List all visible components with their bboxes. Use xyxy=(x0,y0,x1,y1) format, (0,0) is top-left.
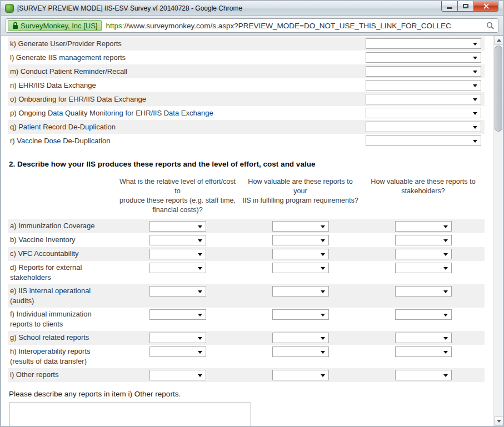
matrix-header-row: What is the relative level of effort/cos… xyxy=(8,177,485,215)
q2-g-effort-dropdown[interactable] xyxy=(149,333,206,343)
q1-row-q: q) Patient Record De-Duplication xyxy=(8,120,485,134)
chevron-down-icon xyxy=(321,225,325,228)
minimize-button[interactable] xyxy=(441,1,457,12)
q2-row-f: f) Individual immunization reports to cl… xyxy=(8,308,485,331)
scroll-up-button[interactable] xyxy=(494,36,503,45)
other-reports-textarea[interactable] xyxy=(9,403,251,426)
q2-c-effort-dropdown[interactable] xyxy=(149,249,206,259)
q2-row-label: h) Interoperability reports (results of … xyxy=(8,346,116,366)
url-text[interactable]: https://www.surveymonkey.com/s.aspx?PREV… xyxy=(106,22,483,30)
q1-k-dropdown[interactable] xyxy=(366,38,481,49)
q2-h-value-iis-dropdown[interactable] xyxy=(272,346,329,357)
maximize-button[interactable] xyxy=(457,1,473,12)
q2-row-e: e) IIS internal operational (audits) xyxy=(8,284,485,308)
chevron-down-icon xyxy=(321,351,325,354)
q1-row-label: n) EHR/IIS Data Exchange xyxy=(10,81,96,89)
q1-l-dropdown[interactable] xyxy=(366,52,481,63)
q1-row-l: l) Generate IIS management reports xyxy=(8,51,485,64)
q2-row-label: i) Other reports xyxy=(8,370,116,380)
chevron-down-icon xyxy=(198,253,202,256)
window-title: [SURVEY PREVIEW MODE] IIS-ESV Survey vf … xyxy=(17,4,242,12)
q2-h-effort-dropdown[interactable] xyxy=(149,346,206,357)
arrow-up-icon xyxy=(497,39,501,42)
q1-row-label: o) Onboarding for EHR/IIS Data Exchange xyxy=(10,95,146,103)
q2-d-value-iis-dropdown[interactable] xyxy=(272,263,329,273)
chevron-down-icon xyxy=(473,98,477,101)
q2-row-label: d) Reports for external stakeholders xyxy=(8,263,116,283)
q2-row-label: b) Vaccine Inventory xyxy=(8,235,116,245)
chevron-down-icon xyxy=(443,374,448,377)
q2-f-value-stakeholders-dropdown[interactable] xyxy=(395,309,452,320)
chevron-down-icon xyxy=(443,253,448,256)
q2-row-label: c) VFC Accountability xyxy=(8,249,116,259)
search-icon[interactable] xyxy=(486,22,495,30)
q2-row-label: e) IIS internal operational (audits) xyxy=(8,286,116,306)
close-icon xyxy=(483,3,490,9)
q2-row-c: c) VFC Accountability xyxy=(8,247,485,261)
q2-d-effort-dropdown[interactable] xyxy=(149,263,206,273)
matrix-header-value-iis: How valuable are these reports to your I… xyxy=(239,177,362,215)
ev-certificate-badge[interactable]: SurveyMonkey, Inc [US] xyxy=(8,20,102,31)
q2-b-value-stakeholders-dropdown[interactable] xyxy=(395,235,452,245)
chevron-down-icon xyxy=(321,374,325,377)
q2-e-value-stakeholders-dropdown[interactable] xyxy=(395,286,452,297)
q2-i-value-stakeholders-dropdown[interactable] xyxy=(395,370,452,380)
q2-e-effort-dropdown[interactable] xyxy=(149,286,206,297)
chevron-down-icon xyxy=(321,314,325,317)
q2-d-value-stakeholders-dropdown[interactable] xyxy=(395,263,452,273)
q2-i-value-iis-dropdown[interactable] xyxy=(272,370,329,380)
q1-q-dropdown[interactable] xyxy=(366,122,481,132)
q2-c-value-iis-dropdown[interactable] xyxy=(272,249,329,259)
q1-o-dropdown[interactable] xyxy=(366,94,481,104)
chevron-down-icon xyxy=(473,57,477,59)
chevron-down-icon xyxy=(321,253,325,256)
chevron-down-icon xyxy=(198,337,202,340)
address-bar[interactable]: SurveyMonkey, Inc [US] https://www.surve… xyxy=(6,18,498,33)
chevron-down-icon xyxy=(443,267,448,270)
chevron-down-icon xyxy=(198,239,202,242)
q1-p-dropdown[interactable] xyxy=(366,108,481,118)
q2-f-effort-dropdown[interactable] xyxy=(149,309,206,320)
q2-row-label: f) Individual immunization reports to cl… xyxy=(8,309,116,329)
chevron-down-icon xyxy=(321,290,325,293)
q2-e-value-iis-dropdown[interactable] xyxy=(272,286,329,297)
q2-b-value-iis-dropdown[interactable] xyxy=(272,235,329,245)
chevron-down-icon xyxy=(443,351,448,354)
title-bar: [SURVEY PREVIEW MODE] IIS-ESV Survey vf … xyxy=(1,1,503,16)
q2-b-effort-dropdown[interactable] xyxy=(149,235,206,245)
q2-a-value-iis-dropdown[interactable] xyxy=(272,221,329,232)
chevron-down-icon xyxy=(473,126,477,129)
q2-g-value-iis-dropdown[interactable] xyxy=(272,333,329,343)
scrollbar-thumb[interactable] xyxy=(495,46,502,132)
q2-row-d: d) Reports for external stakeholders xyxy=(8,261,485,284)
q2-g-value-stakeholders-dropdown[interactable] xyxy=(395,333,452,343)
chevron-down-icon xyxy=(443,225,448,228)
q1-r-dropdown[interactable] xyxy=(366,135,481,146)
q1-row-p: p) Ongoing Data Quality Monitoring for E… xyxy=(8,106,485,120)
q2-i-effort-dropdown[interactable] xyxy=(149,370,206,380)
q2-row-i: i) Other reports xyxy=(8,368,485,382)
q1-m-dropdown[interactable] xyxy=(366,66,481,77)
chevron-down-icon xyxy=(473,140,477,143)
q2-c-value-stakeholders-dropdown[interactable] xyxy=(395,249,452,259)
url-rest: ://www.surveymonkey.com/s.aspx?PREVIEW_M… xyxy=(122,22,451,30)
matrix-header-effort: What is the relative level of effort/cos… xyxy=(116,177,239,215)
chevron-down-icon xyxy=(198,374,202,377)
q2-h-value-stakeholders-dropdown[interactable] xyxy=(395,346,452,357)
q1-n-dropdown[interactable] xyxy=(366,80,481,91)
q2-a-value-stakeholders-dropdown[interactable] xyxy=(395,221,452,232)
chevron-down-icon xyxy=(443,290,448,293)
chevron-down-icon xyxy=(198,225,202,228)
close-button[interactable] xyxy=(473,1,498,12)
scroll-down-button[interactable] xyxy=(494,416,503,426)
chevron-down-icon xyxy=(198,290,202,293)
chevron-down-icon xyxy=(443,337,448,340)
q2-f-value-iis-dropdown[interactable] xyxy=(272,309,329,320)
q1-row-k: k) Generate User/Provider Reports xyxy=(8,37,485,51)
vertical-scrollbar[interactable] xyxy=(493,36,503,426)
url-scheme: https xyxy=(106,22,122,30)
arrow-down-icon xyxy=(497,420,501,423)
chevron-down-icon xyxy=(473,43,477,46)
q2-a-effort-dropdown[interactable] xyxy=(149,221,206,232)
q2-row-h: h) Interoperability reports (results of … xyxy=(8,345,485,368)
